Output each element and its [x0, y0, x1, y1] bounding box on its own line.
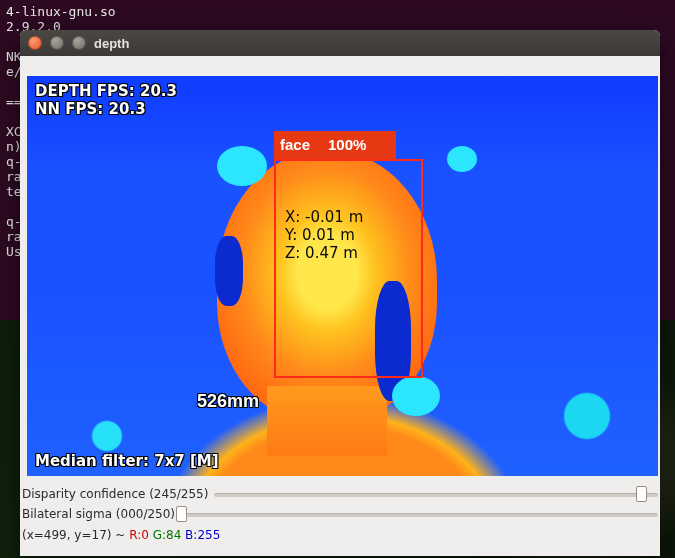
slider-track [181, 513, 658, 517]
disparity-label: Disparity confidence (245/255) [22, 487, 208, 501]
window-titlebar[interactable]: depth [20, 30, 660, 56]
depth-blob-neck [267, 386, 387, 456]
slider-thumb[interactable] [176, 506, 187, 522]
slider-thumb[interactable] [636, 486, 647, 502]
depth-noise [217, 146, 267, 186]
detection-class: face [280, 131, 310, 159]
depth-viewport[interactable]: face 100% DEPTH FPS: 20.3 NN FPS: 20.3 X… [27, 76, 658, 476]
pixel-b: B:255 [185, 528, 220, 542]
bilateral-label: Bilateral sigma (000/250) [22, 507, 175, 521]
pixel-status: (x=499, y=17) ~ R:0 G:84 B:255 [22, 528, 658, 542]
slider-track [214, 493, 658, 497]
detection-confidence: 100% [328, 131, 366, 159]
close-icon[interactable] [28, 36, 42, 50]
disparity-slider[interactable] [214, 486, 658, 502]
maximize-icon[interactable] [72, 36, 86, 50]
depth-noise [447, 146, 477, 172]
window-title: depth [94, 36, 129, 51]
window-client-area: face 100% DEPTH FPS: 20.3 NN FPS: 20.3 X… [20, 56, 660, 556]
depth-noise [392, 376, 440, 416]
detection-label-box: face 100% [274, 131, 396, 159]
pixel-r: R:0 [129, 528, 149, 542]
pixel-coords: (x=499, y=17) ~ [22, 528, 129, 542]
distance-overlay: 526mm [197, 391, 259, 412]
minimize-icon[interactable] [50, 36, 64, 50]
controls-panel: Disparity confidence (245/255) Bilateral… [22, 484, 658, 542]
pixel-g: G:84 [153, 528, 182, 542]
depth-shadow [215, 236, 243, 306]
bilateral-slider[interactable] [181, 506, 658, 522]
depth-window: depth face 100% DEPTH FPS: 20.3 NN FPS: … [20, 30, 660, 556]
